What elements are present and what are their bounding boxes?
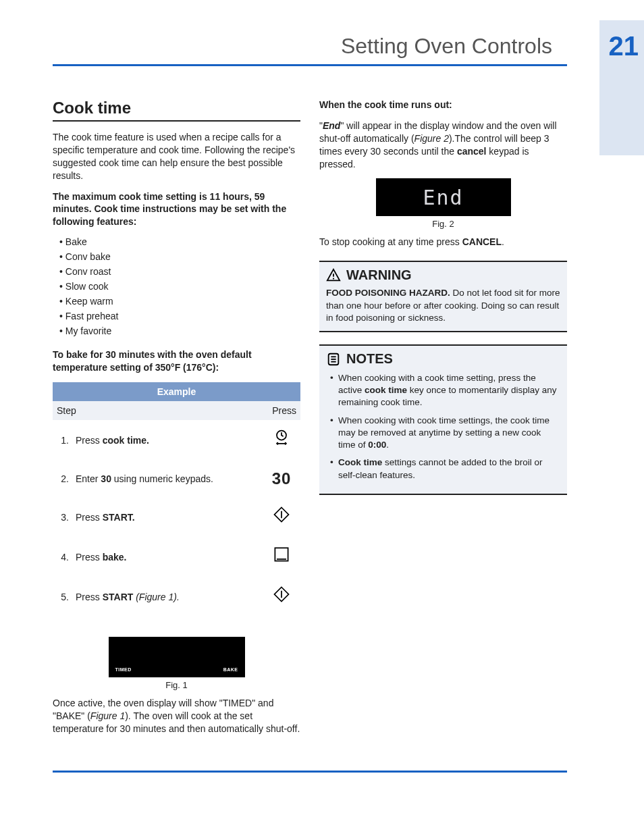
max-setting-text: The maximum cook time setting is 11 hour…: [53, 190, 300, 229]
warning-text: FOOD POISONING HAZARD. Do not let food s…: [326, 287, 560, 324]
feature-item: Fast preheat: [59, 311, 300, 321]
header-rule: [53, 64, 567, 66]
feature-item: Slow cook: [59, 281, 300, 292]
table-row: 3. Press START.: [53, 497, 300, 537]
table-row: 1. Press cook time.: [53, 420, 300, 460]
notes-list: When cooking with a cook time setting, p…: [326, 372, 560, 481]
clock-icon: [263, 420, 300, 460]
bake-heading: To bake for 30 minutes with the oven def…: [53, 348, 300, 374]
table-row: 2. Enter 30 using numeric keypads. 30: [53, 460, 300, 497]
feature-item: Conv bake: [59, 251, 300, 262]
notes-callout: NOTES When cooking with a cook time sett…: [319, 344, 567, 495]
warning-title: WARNING: [346, 267, 412, 283]
display-bake-label: BAKE: [223, 667, 238, 672]
runs-out-text: "End" will appear in the display window …: [319, 120, 567, 171]
feature-item: Keep warm: [59, 296, 300, 307]
feature-list: Bake Conv bake Conv roast Slow cook Keep…: [53, 236, 300, 336]
section-title: Cook time: [53, 99, 300, 122]
notes-title: NOTES: [346, 351, 393, 367]
col-press: Press: [263, 401, 300, 420]
fig1-caption: Fig. 1: [53, 680, 300, 690]
warning-icon: [326, 268, 341, 283]
page-title: Setting Oven Controls: [53, 27, 612, 59]
example-table: Example Step Press 1. Press cook time. 2…: [53, 382, 300, 617]
oven-display-fig1: TIMED BAKE: [109, 637, 245, 677]
fig2-caption: Fig. 2: [319, 219, 567, 229]
footer-rule: [53, 771, 567, 773]
notes-icon: [326, 352, 341, 367]
notes-item: Cook time settings cannot be added to th…: [330, 457, 560, 481]
feature-item: Bake: [59, 236, 300, 247]
right-column: When the cook time runs out: "End" will …: [319, 99, 567, 744]
feature-item: Conv roast: [59, 266, 300, 277]
warning-callout: WARNING FOOD POISONING HAZARD. Do not le…: [319, 261, 567, 332]
notes-item: When cooking with a cook time setting, p…: [330, 372, 560, 409]
start-icon: [263, 577, 300, 617]
runs-out-heading: When the cook time runs out:: [319, 99, 567, 111]
table-row: 4. Press bake.: [53, 537, 300, 577]
notes-item: When cooking with cook time settings, th…: [330, 415, 560, 452]
table-row: 5. Press START (Figure 1).: [53, 577, 300, 617]
page-number: 21: [609, 31, 639, 61]
oven-display-fig2: End: [376, 178, 511, 216]
thirty-icon: 30: [263, 460, 300, 497]
stop-text: To stop cooking at any time press CANCEL…: [319, 236, 567, 249]
after-fig1-text: Once active, the oven display will show …: [53, 697, 300, 735]
intro-paragraph: The cook time feature is used when a rec…: [53, 131, 300, 182]
table-header: Example: [53, 382, 300, 401]
svg-point-6: [333, 278, 334, 279]
feature-item: My favorite: [59, 325, 300, 336]
bake-icon: [263, 537, 300, 577]
col-step: Step: [53, 401, 263, 420]
display-end-text: End: [423, 186, 463, 209]
display-timed-label: TIMED: [115, 667, 132, 672]
start-icon: [263, 497, 300, 537]
left-column: Cook time The cook time feature is used …: [53, 99, 300, 744]
